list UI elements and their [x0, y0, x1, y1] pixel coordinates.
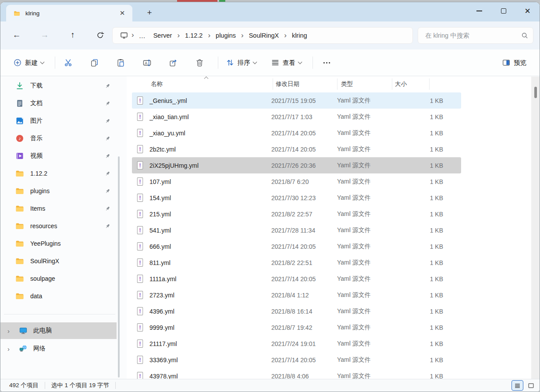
icons-view-toggle[interactable]	[525, 380, 537, 391]
refresh-button[interactable]	[92, 27, 108, 43]
column-separator[interactable]	[337, 78, 338, 90]
delete-button[interactable]	[191, 55, 208, 71]
search-input[interactable]	[424, 32, 521, 39]
status-bar: 492 个项目 选中 1 个项目 19 字节	[0, 379, 540, 392]
file-list-area: 名称 修改日期 类型 大小 _Genius_.yml2021/7/15 19:0…	[127, 76, 540, 381]
details-view-toggle[interactable]	[512, 380, 523, 391]
rename-button[interactable]	[138, 55, 156, 71]
file-type: Yaml 源文件	[337, 129, 389, 137]
file-row[interactable]: 154.yml2021/7/30 12:23Yaml 源文件1 KB	[132, 190, 461, 206]
column-separator[interactable]	[392, 78, 392, 90]
view-icon	[271, 58, 280, 67]
search-box[interactable]	[418, 27, 533, 44]
pin-icon	[104, 100, 111, 107]
cut-button[interactable]	[59, 55, 77, 71]
file-row[interactable]: 811.yml2021/8/2 22:51Yaml 源文件1 KB	[132, 254, 461, 271]
yaml-file-icon	[136, 274, 144, 283]
file-row[interactable]: 21117.yml2021/7/24 19:01Yaml 源文件1 KB	[132, 335, 461, 352]
new-tab-button[interactable]: +	[142, 7, 156, 19]
file-type: Yaml 源文件	[337, 324, 389, 332]
sidebar-item-SoulRingX[interactable]: SoulRingX	[4, 253, 115, 269]
sidebar-item-label: 音乐	[30, 134, 104, 142]
search-icon[interactable]	[521, 32, 529, 39]
file-row[interactable]: 2723.yml2021/8/4 1:12Yaml 源文件1 KB	[132, 287, 461, 303]
sidebar-item-label: YeePlugins	[30, 240, 111, 247]
sidebar-item-音乐[interactable]: 音乐	[4, 130, 115, 147]
sidebar-item-图片[interactable]: 图片	[4, 113, 115, 129]
breadcrumb-item-1.12.2[interactable]: 1.12.2	[181, 30, 206, 41]
file-row[interactable]: 107.yml2021/8/7 6:20Yaml 源文件1 KB	[132, 173, 461, 190]
file-row[interactable]: 2b2tc.yml2021/7/14 20:05Yaml 源文件1 KB	[132, 141, 461, 157]
file-row[interactable]: 215.yml2021/8/2 22:57Yaml 源文件1 KB	[132, 206, 461, 222]
pin-icon	[104, 223, 111, 230]
sidebar-item-此电脑[interactable]: ›此电脑	[0, 322, 117, 339]
sidebar-item-resources[interactable]: resources	[4, 218, 115, 234]
column-separator[interactable]	[429, 78, 430, 90]
sidebar-scrollbar[interactable]	[118, 156, 120, 378]
paste-button[interactable]	[112, 55, 129, 71]
breadcrumb-item-SoulRingX[interactable]: SoulRingX	[245, 30, 283, 41]
file-row[interactable]: 666.yml2021/7/14 20:05Yaml 源文件1 KB	[132, 238, 461, 254]
thispc-icon	[19, 326, 28, 335]
maximize-button[interactable]	[491, 2, 515, 20]
more-options-button[interactable]	[317, 55, 336, 71]
file-row[interactable]: 2iX25pjUHmg.yml2021/7/26 20:36Yaml 源文件1 …	[132, 157, 461, 173]
expand-chevron-icon[interactable]: ›	[7, 327, 15, 335]
address-bar[interactable]: › … Server›1.12.2›plugins›SoulRingX›klri…	[112, 27, 413, 44]
toolbar-separator	[55, 57, 55, 69]
minimize-button[interactable]	[467, 2, 491, 20]
column-separator[interactable]	[273, 78, 273, 90]
column-header-type[interactable]: 类型	[341, 76, 388, 92]
file-row[interactable]: 1111a.yml2021/7/14 20:05Yaml 源文件1 KB	[132, 271, 461, 287]
file-type: Yaml 源文件	[337, 307, 389, 315]
column-header-date[interactable]: 修改日期	[276, 76, 336, 92]
scrollbar-thumb[interactable]	[534, 87, 537, 98]
forward-button[interactable]: →	[36, 27, 53, 43]
sidebar-item-soulpage[interactable]: soulpage	[4, 270, 115, 287]
chevron-down-icon	[298, 60, 302, 64]
file-row[interactable]: _xiao_yu.yml2021/7/14 20:05Yaml 源文件1 KB	[132, 125, 461, 141]
pin-icon	[104, 83, 111, 89]
sidebar-item-网络[interactable]: ›网络	[0, 340, 117, 357]
column-header-row: 名称 修改日期 类型 大小	[127, 76, 540, 92]
sidebar-item-YeePlugins[interactable]: YeePlugins	[4, 235, 115, 252]
sidebar-item-plugins[interactable]: plugins	[4, 183, 115, 199]
tab-klring[interactable]: klring ✕	[6, 5, 132, 21]
file-row[interactable]: 4396.yml2021/8/8 16:14Yaml 源文件1 KB	[132, 303, 461, 319]
file-type: Yaml 源文件	[337, 113, 389, 121]
view-button[interactable]: 查看	[267, 55, 306, 71]
sidebar-item-文档[interactable]: 文档	[4, 95, 115, 112]
vertical-scrollbar[interactable]	[531, 77, 540, 381]
breadcrumb-chevron: ›	[176, 31, 181, 40]
copy-button[interactable]	[85, 55, 103, 71]
file-row[interactable]: 33369.yml2021/7/14 20:05Yaml 源文件1 KB	[132, 352, 461, 368]
share-button[interactable]	[164, 55, 182, 71]
breadcrumb-item-klring[interactable]: klring	[288, 30, 311, 41]
tab-close-icon[interactable]: ✕	[117, 8, 128, 18]
column-header-name[interactable]: 名称	[151, 76, 271, 92]
breadcrumb-chevron: ›	[130, 31, 135, 40]
new-button[interactable]: 新建	[9, 55, 48, 71]
file-row[interactable]: 9999.yml2021/8/7 19:42Yaml 源文件1 KB	[132, 319, 461, 335]
sidebar-item-1.12.2[interactable]: 1.12.2	[4, 165, 115, 182]
sort-button[interactable]: 排序	[222, 55, 260, 71]
file-row[interactable]: _Genius_.yml2021/7/15 19:05Yaml 源文件1 KB	[132, 92, 461, 109]
back-button[interactable]: ←	[8, 27, 25, 43]
expand-chevron-icon[interactable]: ›	[7, 345, 15, 353]
up-button[interactable]: ↑	[64, 27, 81, 43]
sidebar-item-Items[interactable]: Items	[4, 200, 115, 217]
sidebar-item-下载[interactable]: 下载	[4, 78, 115, 94]
close-button[interactable]: ✕	[515, 2, 540, 20]
breadcrumb-item-plugins[interactable]: plugins	[212, 30, 240, 41]
chevron-down-icon	[253, 60, 257, 64]
column-header-size[interactable]: 大小	[395, 76, 426, 92]
sidebar-item-data[interactable]: data	[4, 288, 115, 304]
breadcrumb-item-Server[interactable]: Server	[149, 30, 176, 41]
file-size: 1 KB	[389, 308, 448, 315]
file-row[interactable]: _xiao_tian.yml2021/7/17 1:03Yaml 源文件1 KB	[132, 109, 461, 125]
sidebar-item-视频[interactable]: 视频	[4, 148, 115, 164]
breadcrumb-overflow-button[interactable]: …	[135, 32, 149, 39]
preview-button[interactable]: 预览	[495, 55, 533, 71]
status-divider	[45, 382, 45, 389]
file-row[interactable]: 541.yml2021/7/28 11:34Yaml 源文件1 KB	[132, 222, 461, 238]
